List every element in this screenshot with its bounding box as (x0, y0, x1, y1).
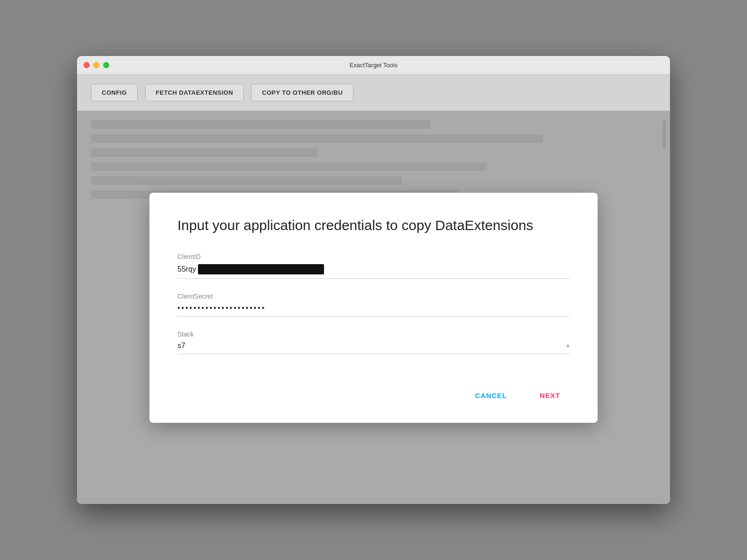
stack-group: Stack s7 ▾ (177, 330, 570, 354)
client-id-label: ClientID (177, 253, 570, 260)
minimize-button[interactable] (93, 62, 99, 68)
client-id-prefix: 55rqy (177, 265, 196, 273)
config-button[interactable]: CONFIG (91, 84, 138, 101)
stack-select-wrapper[interactable]: s7 ▾ (177, 342, 570, 354)
app-window: ExactTarget Tools CONFIG FETCH DATAEXTEN… (77, 56, 670, 504)
window-title: ExactTarget Tools (350, 62, 397, 69)
client-secret-group: ClientSecret •••••••••••••••••••••• (177, 293, 570, 316)
stack-value: s7 (177, 342, 566, 350)
close-button[interactable] (84, 62, 90, 68)
modal-dialog: Input your application credentials to co… (149, 193, 598, 423)
app-content: Input your application credentials to co… (77, 111, 670, 504)
titlebar: ExactTarget Tools (77, 56, 670, 75)
modal-overlay: Input your application credentials to co… (77, 111, 670, 504)
chevron-down-icon: ▾ (566, 342, 570, 350)
copy-to-other-button[interactable]: COPY TO OTHER ORG/BU (251, 84, 353, 101)
client-secret-value: •••••••••••••••••••••• (177, 304, 266, 312)
fetch-dataextension-button[interactable]: FETCH DATAEXTENSION (145, 84, 244, 101)
next-button[interactable]: NEXT (530, 387, 570, 404)
modal-title: Input your application credentials to co… (177, 216, 570, 234)
maximize-button[interactable] (103, 62, 109, 68)
client-id-input-wrapper: 55rqy (177, 264, 570, 279)
client-id-redacted (198, 264, 324, 274)
client-id-group: ClientID 55rqy (177, 253, 570, 279)
client-secret-label: ClientSecret (177, 293, 570, 300)
client-secret-input-wrapper[interactable]: •••••••••••••••••••••• (177, 304, 570, 316)
toolbar: CONFIG FETCH DATAEXTENSION COPY TO OTHER… (77, 75, 670, 111)
modal-actions: CANCEL NEXT (177, 378, 570, 404)
cancel-button[interactable]: CANCEL (465, 387, 516, 404)
stack-label: Stack (177, 330, 570, 338)
